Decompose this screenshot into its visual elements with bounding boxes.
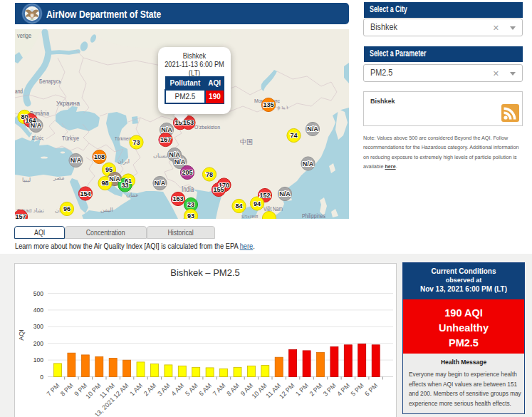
svg-text:7 AM: 7 AM <box>212 382 227 398</box>
svg-text:108: 108 <box>94 153 105 160</box>
svg-text:Việt Nam: Việt Nam <box>264 205 283 212</box>
svg-text:N/A: N/A <box>307 125 318 133</box>
svg-text:ایران: ایران <box>118 158 130 165</box>
svg-text:8 AM: 8 AM <box>225 382 241 398</box>
svg-text:100: 100 <box>33 356 43 364</box>
svg-text:23: 23 <box>187 201 194 208</box>
svg-text:N/A: N/A <box>109 175 120 182</box>
svg-text:1 AM: 1 AM <box>128 382 144 398</box>
svg-text:73: 73 <box>132 139 140 146</box>
svg-text:167: 167 <box>160 136 171 143</box>
svg-text:500: 500 <box>33 290 43 297</box>
svg-text:0: 0 <box>40 374 43 381</box>
svg-text:مصر: مصر <box>53 175 65 181</box>
svg-text:154: 154 <box>80 190 90 197</box>
svg-text:4 AM: 4 AM <box>170 382 186 398</box>
svg-text:6 AM: 6 AM <box>197 382 213 398</box>
svg-text:95: 95 <box>105 166 113 173</box>
svg-text:8 PM: 8 PM <box>59 382 75 398</box>
svg-text:India: India <box>182 185 194 193</box>
svg-text:94: 94 <box>254 200 261 207</box>
svg-text:3 AM: 3 AM <box>156 382 172 398</box>
svg-text:93: 93 <box>187 212 194 219</box>
svg-text:verige: verige <box>17 32 31 39</box>
svg-text:96: 96 <box>63 205 71 212</box>
svg-text:163: 163 <box>172 195 183 202</box>
svg-text:AQI: AQI <box>18 329 25 341</box>
svg-text:5 AM: 5 AM <box>184 382 199 398</box>
svg-text:10 AM: 10 AM <box>251 382 268 400</box>
svg-text:ليبيا: ليبيا <box>22 177 31 183</box>
svg-text:and: and <box>15 88 23 95</box>
svg-text:205: 205 <box>182 169 192 176</box>
svg-text:ประเทศ: ประเทศ <box>241 214 259 219</box>
svg-text:135: 135 <box>263 101 273 108</box>
svg-text:اليمن: اليمن <box>100 207 113 213</box>
svg-text:3 PM: 3 PM <box>322 382 338 398</box>
svg-text:Bishkek – PM2.5: Bishkek – PM2.5 <box>170 267 240 278</box>
svg-text:O'zbekiston: O'zbekiston <box>194 124 220 130</box>
svg-text:7 PM: 7 PM <box>45 382 61 398</box>
svg-text:N/A: N/A <box>31 122 42 129</box>
svg-text:200: 200 <box>33 340 43 347</box>
svg-text:300: 300 <box>33 323 43 330</box>
svg-text:N/A: N/A <box>174 158 186 165</box>
svg-text:6 PM: 6 PM <box>363 382 379 398</box>
svg-text:155: 155 <box>213 186 224 193</box>
svg-text:Philippines: Philippines <box>302 212 325 219</box>
svg-text:84: 84 <box>235 202 242 210</box>
svg-text:78: 78 <box>206 171 213 178</box>
svg-text:Ελλάς: Ελλάς <box>32 135 43 141</box>
svg-text:400: 400 <box>33 307 43 314</box>
svg-text:1 PM: 1 PM <box>294 382 310 398</box>
svg-text:N/A: N/A <box>155 180 166 187</box>
svg-text:2 PM: 2 PM <box>308 382 323 398</box>
svg-text:98: 98 <box>101 180 108 187</box>
svg-text:4 PM: 4 PM <box>335 382 351 398</box>
svg-text:N/A: N/A <box>279 190 291 197</box>
svg-text:N/A: N/A <box>169 151 180 158</box>
svg-text:Украина: Украина <box>56 100 80 107</box>
svg-text:N/A: N/A <box>161 126 172 133</box>
svg-text:中国: 中国 <box>240 138 253 145</box>
svg-text:Беларусь: Беларусь <box>39 78 61 85</box>
svg-text:N/A: N/A <box>303 160 314 168</box>
svg-text:153: 153 <box>183 119 194 126</box>
svg-text:عمان: عمان <box>126 192 139 198</box>
svg-text:N/A: N/A <box>71 157 82 164</box>
svg-text:33: 33 <box>121 182 128 189</box>
svg-text:Türkiye: Türkiye <box>62 135 79 142</box>
svg-text:10 PM: 10 PM <box>84 382 102 400</box>
svg-text:12 PM: 12 PM <box>278 382 296 400</box>
svg-text:74: 74 <box>290 132 297 139</box>
svg-text:5 PM: 5 PM <box>350 382 365 398</box>
svg-text:157: 157 <box>15 213 26 219</box>
svg-text:2 AM: 2 AM <box>142 382 158 398</box>
svg-text:152: 152 <box>259 192 270 199</box>
